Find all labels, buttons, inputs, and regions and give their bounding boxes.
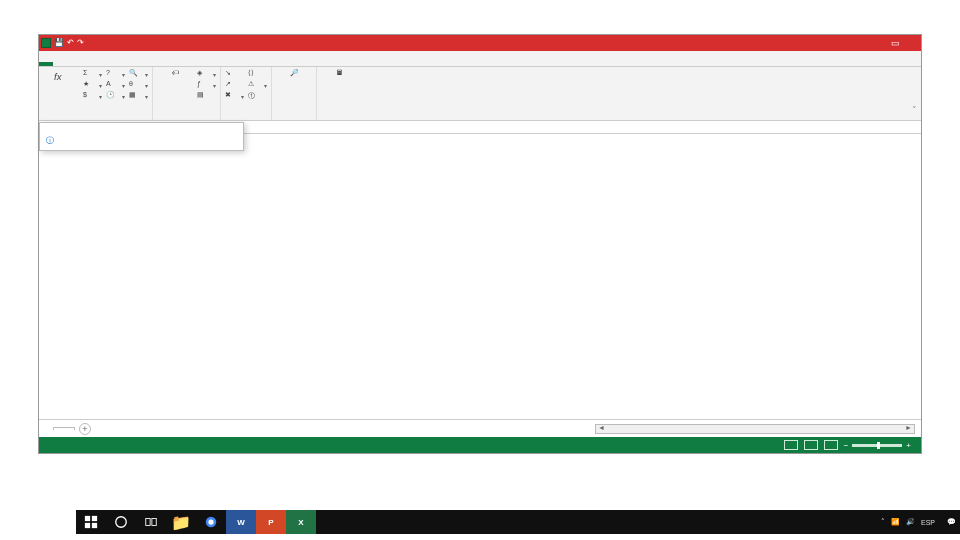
qat-save-icon[interactable]: 💾 <box>54 38 64 48</box>
tray-chevron-icon[interactable]: ˄ <box>881 518 885 526</box>
group-title-inspeccion <box>276 118 312 119</box>
fx-small-icon: ƒ <box>197 80 207 90</box>
tray-notifications-icon[interactable]: 💬 <box>947 518 956 526</box>
tab-file[interactable] <box>39 62 53 66</box>
error-check-button[interactable]: ⚠ <box>248 80 267 90</box>
sign-in-link[interactable] <box>909 62 921 66</box>
datetime-button[interactable]: 🕒 <box>106 91 125 101</box>
math-button[interactable]: θ <box>129 80 148 90</box>
sheet-tab[interactable] <box>53 427 75 430</box>
tab-vista[interactable] <box>137 62 151 66</box>
ribbon-tabs <box>39 51 921 67</box>
view-layout-button[interactable] <box>804 440 818 450</box>
taskview-button[interactable] <box>136 510 166 534</box>
formula-icon: ⟨⟩ <box>248 69 258 79</box>
zoom-slider[interactable] <box>852 444 902 447</box>
taskbar-excel-icon[interactable]: X <box>286 510 316 534</box>
tooltip-insert-function: ⓘ <box>39 122 244 151</box>
tray-volume-icon[interactable]: 🔊 <box>906 518 915 526</box>
watch-icon: 🔎 <box>287 69 301 83</box>
insert-function-button[interactable]: fx <box>43 69 79 84</box>
group-nombres: 🏷 ◈ ƒ ▤ <box>153 67 221 120</box>
start-button[interactable] <box>76 510 106 534</box>
watch-window-button[interactable]: 🔎 <box>276 69 312 84</box>
group-title-nombres <box>157 118 216 119</box>
group-biblioteca: fx Σ ★ $ ? A 🕒 🔍 θ ▦ <box>39 67 153 120</box>
money-icon: $ <box>83 91 93 101</box>
taskbar-explorer-icon[interactable]: 📁 <box>166 510 196 534</box>
lookup-button[interactable]: 🔍 <box>129 69 148 79</box>
trace-precedents-button[interactable]: ↘ <box>225 69 244 79</box>
tab-revisar[interactable] <box>123 62 137 66</box>
arrow-out-icon: ↗ <box>225 80 235 90</box>
name-manager-button[interactable]: 🏷 <box>157 69 193 84</box>
recent-button[interactable]: ★ <box>83 80 102 90</box>
svg-point-9 <box>208 519 213 524</box>
horizontal-scrollbar[interactable] <box>595 424 915 434</box>
qat-undo-icon[interactable]: ↶ <box>67 38 74 48</box>
remove-icon: ✖ <box>225 91 235 101</box>
zoom-in-icon[interactable]: + <box>906 441 911 450</box>
svg-text:fx: fx <box>54 71 63 82</box>
tab-insertar[interactable] <box>67 62 81 66</box>
group-inspeccion: 🔎 <box>272 67 317 120</box>
rows-area[interactable] <box>39 134 921 419</box>
tab-diseno[interactable] <box>81 62 95 66</box>
taskbar-word-icon[interactable]: W <box>226 510 256 534</box>
ribbon-options-button[interactable]: ▭ <box>891 38 900 48</box>
collapse-ribbon-icon[interactable]: ˅ <box>912 105 917 115</box>
use-formula-button[interactable]: ƒ <box>197 80 216 90</box>
calc-options-button[interactable]: 🖩 <box>321 69 357 84</box>
lookup-icon: 🔍 <box>129 69 139 79</box>
warning-icon: ⚠ <box>248 80 258 90</box>
tray-lang[interactable]: ESP <box>921 519 935 526</box>
group-auditoria: ↘ ↗ ✖ ⟨⟩ ⚠ ⓕ <box>221 67 272 120</box>
financial-button[interactable]: $ <box>83 91 102 101</box>
create-selection-button[interactable]: ▤ <box>197 91 216 101</box>
remove-arrows-button[interactable]: ✖ <box>225 91 244 101</box>
svg-rect-7 <box>152 519 156 526</box>
tab-formulas[interactable] <box>95 62 109 66</box>
windows-taskbar: 📁 W P X ˄ 📶 🔊 ESP 💬 <box>76 510 960 534</box>
text-button[interactable]: A <box>106 80 125 90</box>
group-title-biblioteca <box>43 118 148 119</box>
zoom-control[interactable]: − + <box>844 441 915 450</box>
calc-icon: 🖩 <box>332 69 346 83</box>
clock-icon: 🕒 <box>106 91 116 101</box>
tag-icon: 🏷 <box>168 69 182 83</box>
more-fn-button[interactable]: ▦ <box>129 91 148 101</box>
cortana-button[interactable] <box>106 510 136 534</box>
info-icon: ⓘ <box>46 136 54 145</box>
tab-inicio[interactable] <box>53 62 67 66</box>
new-sheet-button[interactable]: + <box>79 423 91 435</box>
titlebar: 💾 ↶ ↷ ▭ <box>39 35 921 51</box>
taskbar-chrome-icon[interactable] <box>196 510 226 534</box>
tab-datos[interactable] <box>109 62 123 66</box>
spreadsheet-grid[interactable] <box>39 122 921 419</box>
svg-rect-4 <box>92 523 97 528</box>
arrow-in-icon: ↘ <box>225 69 235 79</box>
qat-redo-icon[interactable]: ↷ <box>77 38 84 48</box>
svg-rect-1 <box>85 516 90 521</box>
tooltip-more-link[interactable]: ⓘ <box>46 136 237 145</box>
sigma-icon: Σ <box>83 69 93 79</box>
tray-network-icon[interactable]: 📶 <box>891 518 900 526</box>
logical-button[interactable]: ? <box>106 69 125 79</box>
excel-screenshot: 💾 ↶ ↷ ▭ fx <box>38 34 922 454</box>
taskbar-powerpoint-icon[interactable]: P <box>256 510 286 534</box>
label-icon: ◈ <box>197 69 207 79</box>
show-formulas-button[interactable]: ⟨⟩ <box>248 69 267 79</box>
fx-icon: fx <box>54 69 68 83</box>
text-icon: A <box>106 80 116 90</box>
view-pagebreak-button[interactable] <box>824 440 838 450</box>
view-normal-button[interactable] <box>784 440 798 450</box>
zoom-out-icon[interactable]: − <box>844 441 849 450</box>
define-name-button[interactable]: ◈ <box>197 69 216 79</box>
more-icon: ▦ <box>129 91 139 101</box>
autosum-button[interactable]: Σ <box>83 69 102 79</box>
evaluate-button[interactable]: ⓕ <box>248 91 267 101</box>
slide-caption <box>0 0 960 26</box>
trace-dependents-button[interactable]: ↗ <box>225 80 244 90</box>
column-headers <box>244 122 921 134</box>
grid-icon: ▤ <box>197 91 207 101</box>
